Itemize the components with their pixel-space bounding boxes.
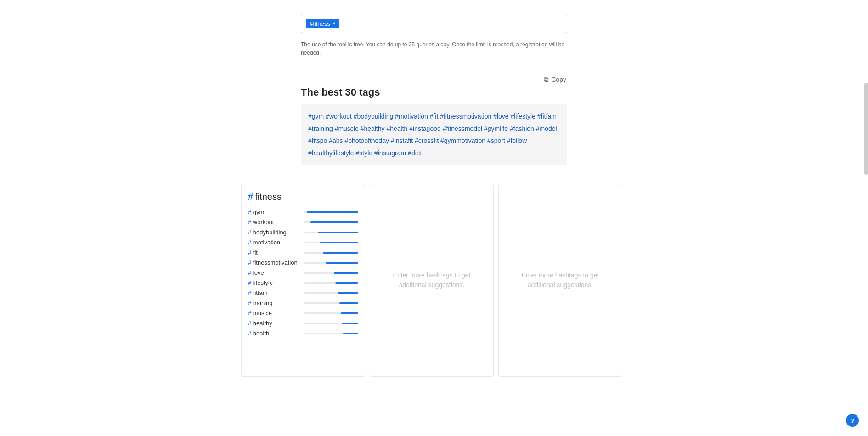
copy-area: ⧉ Copy (301, 75, 567, 84)
hash-char: # (248, 249, 253, 256)
hash-char: # (248, 279, 253, 286)
hashtag-row: # lifestyle (248, 279, 358, 286)
hashtag-label: # workout (248, 219, 302, 226)
hash-char: # (248, 219, 253, 226)
hashtag-label: # health (248, 330, 302, 337)
search-section: #fitness × (0, 9, 868, 38)
hash-char: # (248, 330, 253, 337)
bar-background (304, 333, 358, 334)
bar-background (304, 272, 358, 274)
bar-fill (343, 333, 358, 334)
hashtag-row: # fitfam (248, 289, 358, 296)
copy-button[interactable]: ⧉ Copy (544, 75, 566, 84)
bar-background (304, 232, 358, 233)
bar-background (304, 302, 358, 304)
empty-card-text-1: Enter more hashtags to get additional su… (370, 261, 493, 299)
empty-card-text-2: Enter more hashtags to get additional su… (499, 261, 622, 299)
tag-close-icon[interactable]: × (333, 21, 336, 26)
empty-card-1: Enter more hashtags to get additional su… (370, 184, 494, 377)
hashtag-label: # training (248, 300, 302, 306)
bar-fill (338, 292, 358, 294)
tags-content: #gym #workout #bodybuilding #motivation … (308, 113, 557, 157)
hashtag-label: # fitfam (248, 289, 302, 296)
hashtag-row: # fitnessmotivation (248, 259, 358, 266)
hashtag-list: # gym# workout# bodybuilding# motivation… (248, 209, 358, 337)
copy-label: Copy (551, 76, 566, 83)
bar-fill (326, 262, 358, 264)
hash-char: # (248, 310, 253, 317)
free-note: The use of the tool is free. You can do … (301, 40, 567, 57)
page-wrapper: #fitness × The use of the tool is free. … (0, 0, 868, 386)
hashtag-label: # lifestyle (248, 279, 302, 286)
bar-background (304, 282, 358, 284)
scrollbar[interactable] (864, 83, 868, 175)
card-title-text: fitness (255, 192, 282, 202)
hashtag-row: # healthy (248, 320, 358, 327)
tags-box: #gym #workout #bodybuilding #motivation … (301, 104, 567, 165)
hashtag-row: # muscle (248, 310, 358, 317)
hashtag-label: # gym (248, 209, 302, 215)
bar-fill (323, 252, 358, 254)
bar-background (304, 292, 358, 294)
hashtag-row: # workout (248, 219, 358, 226)
hashtag-label: # fit (248, 249, 302, 256)
bar-background (304, 312, 358, 314)
bar-fill (318, 232, 359, 233)
hash-char: # (248, 289, 253, 296)
bar-fill (342, 323, 358, 324)
hash-char: # (248, 259, 253, 266)
hashtag-label: # bodybuilding (248, 229, 302, 236)
bar-background (304, 242, 358, 243)
hashtag-label: # love (248, 269, 302, 276)
hashtag-row: # health (248, 330, 358, 337)
hashtag-label: # fitnessmotivation (248, 259, 302, 266)
hash-char: # (248, 320, 253, 327)
search-box[interactable]: #fitness × (301, 14, 567, 33)
hashtag-row: # motivation (248, 239, 358, 246)
bar-background (304, 262, 358, 264)
bar-fill (335, 282, 358, 284)
bar-fill (341, 312, 358, 314)
hash-char: # (248, 300, 253, 306)
hashtag-row: # training (248, 300, 358, 306)
center-content: ⧉ Copy The best 30 tags #gym #workout #b… (0, 57, 868, 179)
hash-char: # (248, 239, 253, 246)
bar-fill (310, 221, 358, 223)
empty-card-2: Enter more hashtags to get additional su… (498, 184, 622, 377)
bar-background (304, 323, 358, 324)
bar-background (304, 211, 358, 213)
bar-fill (334, 272, 358, 274)
hashtag-label: # motivation (248, 239, 302, 246)
fitness-tag-badge[interactable]: #fitness × (306, 19, 339, 28)
fitness-hashtag-card: # fitness # gym# workout# bodybuilding# … (241, 184, 365, 377)
note-wrapper: The use of the tool is free. You can do … (0, 38, 868, 57)
bar-background (304, 221, 358, 223)
best-tags-section: The best 30 tags #gym #workout #bodybuil… (301, 86, 567, 165)
hashtag-row: # gym (248, 209, 358, 215)
tag-label: #fitness (310, 20, 330, 27)
cards-row: # fitness # gym# workout# bodybuilding# … (0, 184, 868, 377)
hashtag-card-title: # fitness (248, 192, 358, 202)
hashtag-row: # fit (248, 249, 358, 256)
hash-symbol: # (248, 192, 253, 202)
main-column: ⧉ Copy The best 30 tags #gym #workout #b… (301, 57, 567, 179)
copy-icon: ⧉ (544, 75, 549, 84)
hash-char: # (248, 229, 253, 236)
bar-fill (320, 242, 358, 243)
hashtag-label: # muscle (248, 310, 302, 317)
bar-background (304, 252, 358, 254)
hashtag-label: # healthy (248, 320, 302, 327)
hashtag-row: # love (248, 269, 358, 276)
hash-char: # (248, 209, 253, 215)
bar-fill (339, 302, 358, 304)
hash-char: # (248, 269, 253, 276)
best-tags-title: The best 30 tags (301, 86, 567, 98)
hashtag-row: # bodybuilding (248, 229, 358, 236)
bar-fill (307, 211, 358, 213)
